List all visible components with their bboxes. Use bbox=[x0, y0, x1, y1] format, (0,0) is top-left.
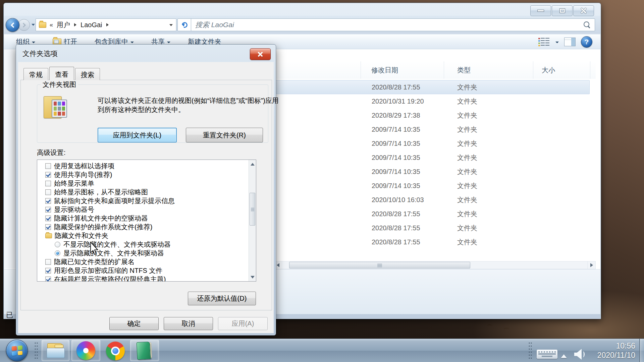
apply-button[interactable]: 应用(A) bbox=[218, 317, 268, 330]
column-header-2[interactable]: 类型 bbox=[444, 61, 533, 79]
column-header-1[interactable]: 修改日期 bbox=[361, 61, 444, 79]
checkbox-icon[interactable] bbox=[45, 224, 51, 230]
tray-clock[interactable]: 10:56 2020/11/10 bbox=[597, 341, 635, 360]
breadcrumb-item[interactable]: 用户 bbox=[55, 20, 72, 29]
taskbar-item-browser[interactable] bbox=[71, 340, 100, 361]
file-row[interactable]: 2009/7/14 10:35文件夹 bbox=[274, 122, 590, 136]
scroll-down-button[interactable] bbox=[249, 273, 256, 281]
file-modified: 2009/7/14 10:35 bbox=[361, 126, 444, 133]
checkbox-icon[interactable] bbox=[45, 198, 51, 204]
checkbox-icon[interactable] bbox=[45, 259, 51, 265]
reset-folders-button[interactable]: 重置文件夹(R) bbox=[186, 128, 263, 142]
advanced-item[interactable]: 隐藏文件和文件夹 bbox=[37, 231, 249, 240]
radio-icon[interactable] bbox=[55, 242, 60, 247]
horizontal-scrollbar[interactable] bbox=[274, 261, 596, 269]
advanced-item[interactable]: 始终显示菜单 bbox=[37, 179, 249, 188]
dialog-close-button[interactable] bbox=[250, 48, 271, 60]
taskbar-item-notepad[interactable] bbox=[130, 340, 159, 361]
checkbox-icon[interactable] bbox=[45, 172, 51, 178]
chevron-right-icon[interactable] bbox=[74, 23, 76, 26]
chevron-right-icon[interactable] bbox=[106, 23, 109, 26]
preview-pane-icon[interactable] bbox=[564, 38, 576, 46]
file-row[interactable]: 2020/8/28 17:55文件夹 bbox=[274, 221, 590, 235]
apply-to-folders-button[interactable]: 应用到文件夹(L) bbox=[98, 128, 177, 142]
chevron-down-icon bbox=[167, 42, 170, 43]
maximize-icon bbox=[560, 9, 565, 13]
advanced-item-label: 显示驱动器号 bbox=[54, 205, 94, 214]
advanced-item[interactable]: 鼠标指向文件夹和桌面项时显示提示信息 bbox=[37, 196, 249, 205]
advanced-item[interactable]: 使用复选框以选择项 bbox=[37, 162, 249, 170]
file-row[interactable]: 2009/7/14 10:35文件夹 bbox=[274, 136, 590, 150]
file-row[interactable]: 2020/8/28 17:55文件夹 bbox=[274, 80, 590, 94]
restore-defaults-button[interactable]: 还原为默认值(D) bbox=[188, 292, 256, 305]
checkbox-icon[interactable] bbox=[45, 268, 51, 274]
show-desktop-button[interactable] bbox=[639, 339, 644, 362]
forward-button[interactable] bbox=[18, 19, 30, 31]
checkbox-icon[interactable] bbox=[45, 216, 51, 221]
search-input[interactable]: 搜索 LaoGai bbox=[191, 18, 595, 31]
advanced-item[interactable]: 在标题栏显示完整路径(仅限经典主题) bbox=[37, 275, 249, 281]
file-type: 文件夹 bbox=[444, 224, 533, 233]
navigation-pane[interactable] bbox=[4, 49, 16, 268]
breadcrumb-overflow[interactable]: « bbox=[50, 21, 53, 28]
advanced-item[interactable]: 用彩色显示加密或压缩的 NTFS 文件 bbox=[37, 266, 249, 275]
checkbox-icon[interactable] bbox=[45, 189, 51, 195]
taskbar-item-explorer[interactable] bbox=[42, 340, 69, 361]
column-header-name[interactable] bbox=[274, 61, 361, 79]
cancel-button[interactable]: 取消 bbox=[164, 317, 213, 330]
file-row[interactable]: 2020/10/10 16:03文件夹 bbox=[274, 193, 590, 207]
scrollbar-thumb[interactable] bbox=[250, 193, 255, 226]
checkbox-icon[interactable] bbox=[45, 181, 51, 186]
list-rows: 2020/8/28 17:55文件夹2020/10/31 19:20文件夹202… bbox=[274, 80, 590, 249]
advanced-item[interactable]: 使用共享向导(推荐) bbox=[37, 170, 249, 179]
input-method-keyboard-icon[interactable] bbox=[537, 350, 557, 359]
vertical-scrollbar[interactable] bbox=[249, 160, 256, 281]
file-row[interactable]: 2020/8/28 17:55文件夹 bbox=[274, 207, 590, 221]
advanced-item[interactable]: 显示隐藏的文件、文件夹和驱动器 bbox=[37, 249, 249, 257]
scroll-right-button[interactable] bbox=[587, 261, 595, 269]
file-row[interactable]: 2020/10/31 19:20文件夹 bbox=[274, 94, 590, 108]
maximize-button[interactable] bbox=[552, 5, 573, 16]
advanced-item[interactable]: 显示驱动器号 bbox=[37, 205, 249, 214]
checkbox-icon[interactable] bbox=[45, 163, 51, 169]
advanced-item[interactable]: 隐藏已知文件类型的扩展名 bbox=[37, 257, 249, 266]
dialog-tab-3[interactable]: 搜索 bbox=[75, 68, 100, 80]
address-bar[interactable]: « 用户LaoGai bbox=[36, 18, 176, 31]
help-icon[interactable] bbox=[581, 36, 592, 48]
advanced-item[interactable]: 隐藏计算机文件夹中的空驱动器 bbox=[37, 214, 249, 223]
column-header-3[interactable]: 大小 bbox=[533, 61, 590, 79]
file-row[interactable]: 2009/7/14 10:35文件夹 bbox=[274, 179, 590, 193]
scroll-up-button[interactable] bbox=[249, 160, 256, 168]
back-button[interactable] bbox=[6, 18, 19, 32]
chrome-icon[interactable] bbox=[106, 342, 125, 360]
close-button[interactable] bbox=[573, 5, 594, 16]
dialog-tab-1[interactable]: 常规 bbox=[23, 68, 48, 80]
advanced-item[interactable]: 隐藏受保护的操作系统文件(推荐) bbox=[37, 223, 249, 231]
file-row[interactable]: 2009/7/14 10:35文件夹 bbox=[274, 150, 590, 165]
file-row[interactable]: 2020/8/28 17:55文件夹 bbox=[274, 235, 590, 249]
change-view-icon[interactable] bbox=[538, 37, 550, 47]
checkbox-icon[interactable] bbox=[45, 277, 51, 282]
scrollbar-thumb[interactable] bbox=[289, 262, 470, 268]
refresh-button[interactable] bbox=[177, 18, 192, 31]
minimize-button[interactable] bbox=[530, 5, 551, 16]
breadcrumb-item[interactable]: LaoGai bbox=[79, 21, 104, 29]
show-hidden-icons-arrow[interactable] bbox=[561, 354, 567, 358]
file-row[interactable]: 2020/8/29 17:38文件夹 bbox=[274, 108, 590, 122]
advanced-item[interactable]: 始终显示图标，从不显示缩略图 bbox=[37, 188, 249, 196]
history-dropdown-icon[interactable] bbox=[32, 24, 35, 26]
search-icon[interactable] bbox=[583, 21, 591, 28]
dialog-tab-2[interactable]: 查看 bbox=[49, 67, 74, 80]
advanced-item[interactable]: 不显示隐藏的文件、文件夹或驱动器 bbox=[37, 240, 249, 249]
file-type: 文件夹 bbox=[444, 238, 533, 247]
volume-icon[interactable] bbox=[574, 349, 585, 360]
address-dropdown-icon[interactable] bbox=[169, 24, 173, 26]
clock-time: 10:56 bbox=[597, 341, 635, 351]
chevron-down-icon[interactable] bbox=[555, 42, 559, 43]
radio-icon[interactable] bbox=[55, 250, 60, 256]
ok-button[interactable]: 确定 bbox=[109, 317, 159, 330]
checkbox-icon[interactable] bbox=[45, 207, 51, 213]
file-row[interactable]: 2009/7/14 10:35文件夹 bbox=[274, 165, 590, 179]
chevron-down-icon bbox=[32, 42, 35, 43]
start-button[interactable] bbox=[6, 340, 28, 361]
